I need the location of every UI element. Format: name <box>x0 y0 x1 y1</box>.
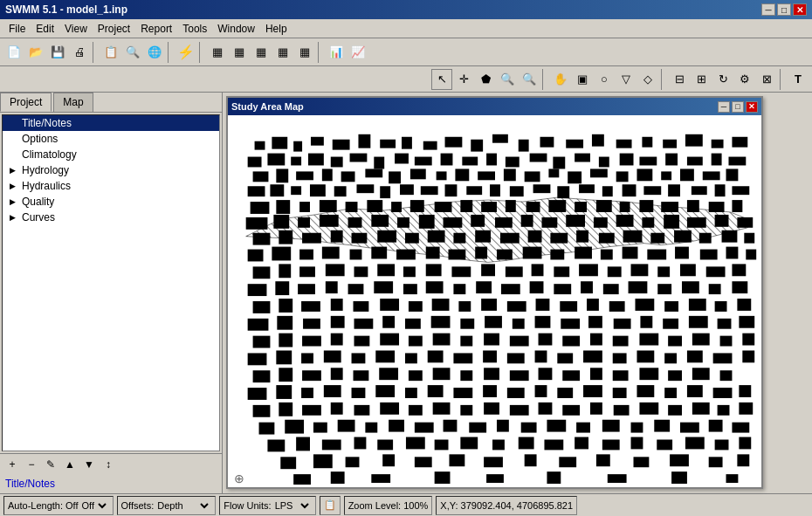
tree-item-titlenotes[interactable]: Title/Notes <box>3 115 219 131</box>
svg-rect-205 <box>403 284 417 294</box>
link-tool[interactable]: ⊞ <box>691 69 712 90</box>
save-button[interactable]: 💾 <box>47 42 68 63</box>
svg-rect-297 <box>713 353 733 363</box>
tree-down-btn[interactable]: ▼ <box>80 457 98 472</box>
svg-rect-87 <box>602 186 613 196</box>
report-btn2[interactable]: 📈 <box>348 42 368 63</box>
tree-remove-btn[interactable]: − <box>23 457 40 472</box>
minimize-button[interactable]: ─ <box>761 3 775 16</box>
auto-length-select[interactable]: OffOn <box>79 499 109 512</box>
flow-units-select[interactable]: LPSCFSGPM <box>272 499 312 512</box>
globe-button[interactable]: 🌐 <box>144 42 165 63</box>
scenario-btn2[interactable]: ▦ <box>229 42 250 63</box>
scenario-btn4[interactable]: ▦ <box>272 42 293 63</box>
menu-project[interactable]: Project <box>93 21 135 37</box>
rotate-tool[interactable]: ↻ <box>712 69 733 90</box>
svg-rect-46 <box>687 157 703 166</box>
svg-rect-326 <box>453 388 472 398</box>
sep3 <box>199 42 204 63</box>
tree-edit-btn[interactable]: ✎ <box>42 457 59 472</box>
export-tool[interactable]: ⊠ <box>756 69 777 90</box>
map-close-btn[interactable]: ✕ <box>746 101 758 113</box>
tree-up-btn[interactable]: ▲ <box>61 457 79 472</box>
maximize-button[interactable]: □ <box>777 3 791 16</box>
close-button[interactable]: ✕ <box>793 3 807 16</box>
tree-item-hydraulics[interactable]: ▶ Hydraulics <box>3 178 219 194</box>
svg-rect-239 <box>248 319 269 331</box>
map-minimize-btn[interactable]: ─ <box>718 101 730 113</box>
settings-tool[interactable]: ⚙ <box>734 69 755 90</box>
new-button[interactable]: 📄 <box>3 42 24 63</box>
svg-rect-257 <box>718 319 732 329</box>
tool2[interactable]: ✛ <box>453 69 474 90</box>
offsets-segment[interactable]: Offsets: DepthElevation <box>117 496 217 515</box>
menu-file[interactable]: File <box>3 21 31 37</box>
flow-units-segment[interactable]: Flow Units: LPSCFSGPM <box>219 496 315 515</box>
svg-rect-391 <box>657 440 672 451</box>
tool3[interactable]: ⬟ <box>475 69 496 90</box>
measure-tool[interactable]: ▣ <box>572 69 593 90</box>
text-tool[interactable]: T <box>788 69 809 90</box>
report-btn1[interactable]: 📊 <box>326 42 347 63</box>
circle-tool[interactable]: ○ <box>594 69 615 90</box>
sep6 <box>661 69 666 90</box>
svg-rect-379 <box>322 440 341 451</box>
run-button[interactable]: ⚡ <box>175 42 196 63</box>
svg-rect-404 <box>596 454 610 466</box>
print-button[interactable]: 🖨 <box>69 42 90 63</box>
menu-bar: File Edit View Project Report Tools Wind… <box>0 19 812 38</box>
open-button[interactable]: 📂 <box>25 42 46 63</box>
tree-add-btn[interactable]: + <box>3 457 21 472</box>
menu-report[interactable]: Report <box>135 21 177 37</box>
menu-help[interactable]: Help <box>260 21 292 37</box>
svg-rect-188 <box>481 264 495 276</box>
pan-tool[interactable]: ✋ <box>550 69 571 90</box>
svg-rect-279 <box>248 353 267 365</box>
svg-rect-44 <box>639 157 657 166</box>
menu-window[interactable]: Window <box>212 21 260 37</box>
map-maximize-btn[interactable]: □ <box>732 101 744 113</box>
svg-rect-164 <box>396 250 416 260</box>
tool4[interactable]: 🔍 <box>497 69 518 90</box>
svg-rect-162 <box>350 250 362 260</box>
menu-view[interactable]: View <box>59 21 93 37</box>
svg-rect-378 <box>296 437 310 451</box>
svg-rect-211 <box>554 284 571 294</box>
scenario-btn5[interactable]: ▦ <box>294 42 315 63</box>
tree-item-hydrology[interactable]: ▶ Hydrology <box>3 162 219 178</box>
svg-rect-241 <box>303 319 320 329</box>
tab-project[interactable]: Project <box>0 93 52 112</box>
svg-rect-369 <box>547 420 566 432</box>
svg-rect-55 <box>389 171 401 183</box>
tri-tool[interactable]: ▽ <box>616 69 637 90</box>
scenario-btn-segment[interactable]: 📋 <box>320 496 341 515</box>
svg-rect-312 <box>590 368 602 380</box>
tree-item-curves[interactable]: ▶ Curves <box>3 210 219 225</box>
toolbar-main: 📄 📂 💾 🖨 📋 🔍 🌐 ⚡ ▦ ▦ ▦ ▦ ▦ 📊 📈 <box>0 38 812 66</box>
tool5[interactable]: 🔍 <box>519 69 540 90</box>
node-tool[interactable]: ⊟ <box>669 69 690 90</box>
tree-sort-btn[interactable]: ↕ <box>100 457 117 472</box>
svg-rect-161 <box>322 247 340 259</box>
menu-edit[interactable]: Edit <box>31 21 59 37</box>
copy-button[interactable]: 📋 <box>100 42 121 63</box>
svg-rect-138 <box>279 230 292 244</box>
tree-item-climatology[interactable]: Climatology <box>3 147 219 162</box>
find-button[interactable]: 🔍 <box>122 42 143 63</box>
tab-map[interactable]: Map <box>53 93 93 112</box>
select-tool[interactable]: ↖ <box>431 69 452 90</box>
svg-rect-220 <box>279 299 292 313</box>
scenario-btn1[interactable]: ▦ <box>207 42 228 63</box>
tree-item-quality[interactable]: ▶ Quality <box>3 194 219 210</box>
menu-tools[interactable]: Tools <box>177 21 212 37</box>
svg-rect-267 <box>460 336 472 347</box>
offsets-select[interactable]: DepthElevation <box>154 499 211 512</box>
scenario-btn3[interactable]: ▦ <box>251 42 272 63</box>
auto-length-segment[interactable]: Auto-Length: Off OffOn <box>3 496 114 515</box>
svg-rect-117 <box>273 215 289 229</box>
diamond-tool[interactable]: ◇ <box>637 69 658 90</box>
svg-rect-90 <box>668 184 680 196</box>
tree-item-options[interactable]: Options <box>3 131 219 147</box>
svg-rect-373 <box>654 420 670 432</box>
svg-rect-209 <box>501 284 520 294</box>
